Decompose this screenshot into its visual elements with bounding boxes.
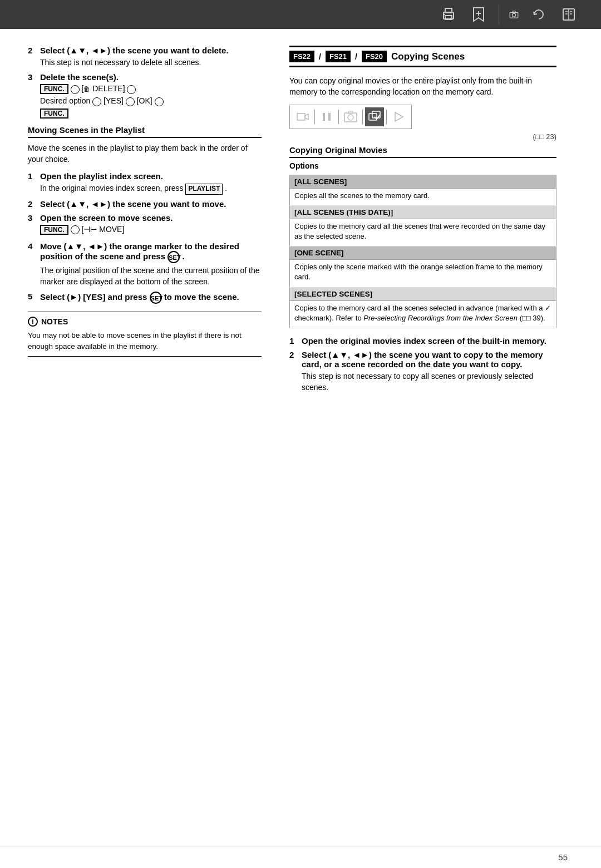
printer-icon[interactable] [439, 4, 459, 24]
circle-button [92, 97, 101, 106]
right-step-1: 1 Open the original movies index screen … [289, 336, 556, 346]
mode-icon-copy-active [365, 107, 384, 126]
mode-icon-pause-inactive [317, 107, 336, 126]
circle-button [126, 97, 135, 106]
playlist-key: PLAYLIST [185, 184, 223, 194]
circle-button [71, 225, 80, 234]
step-title: Select (▲▼, ◄►) the scene you want to de… [40, 46, 262, 55]
svg-rect-17 [328, 113, 331, 121]
step-title: Select (►) [YES] and press SET to move t… [40, 292, 262, 304]
step-content: Open the playlist index screen. In the o… [40, 171, 262, 194]
svg-point-19 [348, 115, 353, 120]
func-key: FUNC. [40, 108, 68, 119]
step-number: 2 [28, 46, 40, 68]
notes-box: i NOTES You may not be able to move scen… [28, 312, 262, 357]
step-body: This step is not necessary to copy all s… [302, 371, 556, 393]
moving-body: Move the scenes in the playlist to play … [28, 142, 262, 165]
options-label: Options [289, 161, 556, 170]
bookmark-icon[interactable] [469, 4, 489, 24]
model-fs22: FS22 [289, 51, 314, 62]
step-number: 2 [289, 350, 302, 393]
step-content: Open the screen to move scenes. FUNC. [⊣… [40, 213, 262, 237]
step-content: Select (▲▼, ◄►) the scene you want to co… [302, 350, 556, 393]
main-content: 2 Select (▲▼, ◄►) the scene you want to … [0, 29, 601, 846]
step-1-playlist: 1 Open the playlist index screen. In the… [28, 171, 262, 194]
section-title-block: FS22 / FS21 / FS20 Copying Scenes [289, 46, 556, 67]
func-key: FUNC. [40, 84, 68, 94]
option-header-0: [ALL SCENES] [290, 175, 556, 188]
step-number: 1 [289, 336, 302, 346]
mode-icon-play-inactive [389, 107, 408, 126]
step-3-move-screen: 3 Open the screen to move scenes. FUNC. … [28, 213, 262, 237]
left-column: 2 Select (▲▼, ◄►) the scene you want to … [0, 46, 278, 846]
mode-icon-video-inactive [293, 107, 312, 126]
func-key: FUNC. [40, 225, 68, 235]
step-body: The original position of the scene and t… [40, 265, 262, 288]
intro-text: You can copy original movies or the enti… [289, 75, 556, 98]
step-line1: FUNC. [🗑 DELETE] [40, 84, 262, 94]
refresh-icon[interactable] [529, 4, 549, 24]
ref-text: (□□ 23) [533, 132, 556, 141]
model-fs21: FS21 [326, 51, 351, 62]
step-title: Delete the scene(s). [40, 72, 262, 82]
mode-icon-photo-inactive [341, 107, 360, 126]
step-title: Open the original movies index screen of… [302, 336, 556, 346]
moving-section-header: Moving Scenes in the Playlist [28, 125, 262, 138]
step-4-marker: 4 Move (▲▼, ◄►) the orange marker to the… [28, 241, 262, 288]
step-title: Select (▲▼, ◄►) the scene you want to co… [302, 350, 556, 369]
step-number: 4 [28, 241, 40, 288]
step-body: This step is not necessary to delete all… [40, 57, 262, 68]
right-step-2: 2 Select (▲▼, ◄►) the scene you want to … [289, 350, 556, 393]
notes-label: NOTES [41, 317, 68, 326]
step-content: Delete the scene(s). FUNC. [🗑 DELETE] De… [40, 72, 262, 120]
svg-rect-3 [444, 14, 445, 15]
svg-rect-21 [369, 114, 377, 120]
circle-button [155, 97, 164, 106]
book-icon[interactable] [559, 4, 579, 24]
circle-button [71, 85, 80, 94]
notes-icon: i [28, 317, 38, 327]
options-table: [ALL SCENES]Copies all the scenes to the… [289, 175, 556, 328]
set-button: SET [150, 292, 162, 304]
step-content: Select (▲▼, ◄►) the scene you want to mo… [40, 199, 262, 209]
notes-title: i NOTES [28, 317, 262, 327]
camera-icon[interactable] [499, 4, 519, 24]
step-title: Open the playlist index screen. [40, 171, 262, 181]
step-title: Open the screen to move scenes. [40, 213, 262, 223]
option-header-2: [ONE SCENE] [290, 246, 556, 260]
step-3-delete: 3 Delete the scene(s). FUNC. [🗑 DELETE] … [28, 72, 262, 120]
step-number: 3 [28, 213, 40, 237]
copying-header: Copying Original Movies [289, 145, 556, 158]
ref-number: (□□ 23) [289, 132, 556, 141]
notes-body: You may not be able to move scenes in th… [28, 330, 262, 352]
option-desc-2: Copies only the scene marked with the or… [290, 260, 556, 287]
step-content: Open the original movies index screen of… [302, 336, 556, 346]
top-bar [0, 0, 601, 29]
step-line3: FUNC. [40, 108, 262, 119]
step-number: 2 [28, 199, 40, 209]
step-body: In the original movies index screen, pre… [40, 183, 262, 194]
svg-rect-16 [323, 113, 325, 121]
step-2-delete: 2 Select (▲▼, ◄►) the scene you want to … [28, 46, 262, 68]
option-desc-0: Copies all the scenes to the memory card… [290, 188, 556, 205]
svg-rect-9 [512, 11, 515, 13]
step-line2: Desired option [YES] [OK] [40, 96, 262, 106]
option-header-3: [SELECTED SCENES] [290, 287, 556, 300]
set-button: SET [168, 251, 180, 263]
step-title: Select (▲▼, ◄►) the scene you want to mo… [40, 199, 262, 209]
model-fs20: FS20 [362, 51, 387, 62]
step-number: 5 [28, 292, 40, 304]
step-content: Select (▲▼, ◄►) the scene you want to de… [40, 46, 262, 68]
top-icon-group [439, 4, 579, 24]
option-desc-1: Copies to the memory card all the scenes… [290, 219, 556, 246]
step-number: 1 [28, 171, 40, 194]
section-title-text: Copying Scenes [391, 51, 465, 62]
step-number: 3 [28, 72, 40, 120]
step-5-yes: 5 Select (►) [YES] and press SET to move… [28, 292, 262, 304]
bottom-bar: 55 [0, 846, 601, 868]
step-title: Move (▲▼, ◄►) the orange marker to the d… [40, 241, 262, 263]
step-content: Select (►) [YES] and press SET to move t… [40, 292, 262, 304]
page-number: 55 [558, 852, 568, 862]
svg-marker-23 [395, 112, 403, 121]
option-desc-3: Copies to the memory card all the scenes… [290, 300, 556, 328]
